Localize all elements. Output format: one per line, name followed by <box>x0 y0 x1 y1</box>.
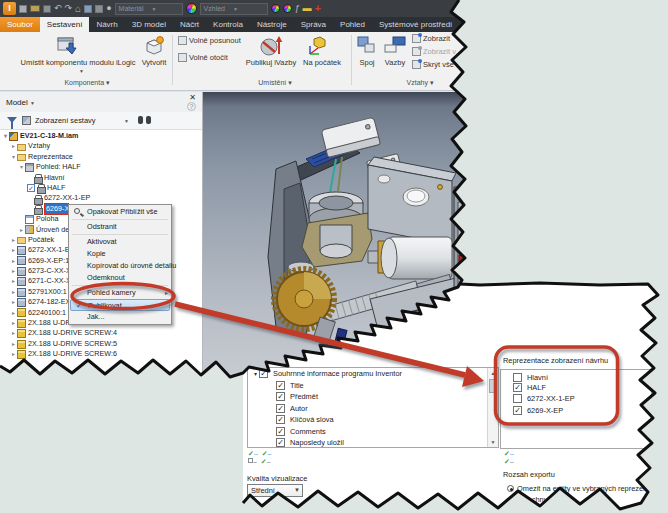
tree-item-root[interactable]: ▾EV21-C-18-M.iam <box>0 131 202 141</box>
tree-item[interactable]: ▾Pohled: HALF <box>0 162 202 172</box>
select-state-legend[interactable]: ✓– ✓– <box>504 450 514 466</box>
tab-navrh[interactable]: Návrh <box>89 17 124 32</box>
measure-icon[interactable]: ▬ <box>303 4 312 13</box>
tree-item[interactable]: ▾Reprezentace <box>0 152 202 162</box>
constrain-icon[interactable] <box>383 35 407 55</box>
property-row[interactable]: ✓Naposledy uložil <box>248 437 498 448</box>
add-icon[interactable]: + <box>315 4 321 13</box>
chevron-down-icon[interactable]: ▼ <box>79 68 84 74</box>
menu-item-aktivovat[interactable]: Aktivovat <box>69 236 171 248</box>
free-rotate-button[interactable]: Volně otočit <box>178 53 228 62</box>
tab-systemove-prostredi[interactable]: Systémové prostředí <box>372 17 459 32</box>
sketch-icon[interactable] <box>84 5 92 13</box>
property-row[interactable]: ✓Autor <box>248 403 498 415</box>
checkbox-checked[interactable]: ✓ <box>513 383 522 392</box>
tab-sestaveni[interactable]: Sestavení <box>40 17 90 32</box>
radio-icon[interactable] <box>509 496 516 503</box>
fx-parameters-icon[interactable]: ƒ <box>295 4 300 13</box>
assembly-view-icon[interactable] <box>22 116 31 125</box>
tree-item[interactable]: 6272-XX-1-EP <box>0 193 202 203</box>
update-icon[interactable] <box>95 5 103 13</box>
menu-item-odstranit[interactable]: Odstranit <box>69 221 171 233</box>
rep-row[interactable]: ✓HALF <box>501 382 651 394</box>
scope-option-selected[interactable]: Omezit na entity ve vybraných reprezent <box>507 483 649 495</box>
appearance-combo[interactable]: Vzhled ▼ <box>200 3 268 15</box>
checkbox-unchecked[interactable] <box>513 373 522 382</box>
material-combo[interactable]: Materiál ▼ <box>115 3 183 15</box>
rep-row[interactable]: 6272-XX-1-EP <box>501 393 651 405</box>
scrollbar-thumb[interactable] <box>489 379 497 393</box>
property-row[interactable]: ✓Klíčová slova <box>248 414 498 426</box>
save-icon[interactable] <box>43 5 51 13</box>
joint-icon[interactable] <box>356 35 378 55</box>
globe-icon[interactable]: ● <box>106 4 111 13</box>
tab-zaciname[interactable]: Začín <box>459 17 493 32</box>
show-button[interactable]: Zobrazit <box>412 34 450 43</box>
scroll-down-icon[interactable]: ▼ <box>488 437 498 447</box>
menu-item-odemknout[interactable]: Odemknout <box>69 272 171 284</box>
adjust-icon[interactable] <box>271 4 280 13</box>
at-origin-button[interactable]: Na počátek <box>296 58 348 67</box>
checkbox-checked[interactable]: ✓ <box>513 406 522 415</box>
hide-all-button[interactable]: Skrýt vše <box>412 60 454 69</box>
panel-title[interactable]: Model ▼ <box>6 98 35 107</box>
tree-item[interactable]: ▸2X.188 U-DRIVE SCREW:5 <box>0 339 202 349</box>
joint-button[interactable]: Spoj <box>352 58 382 67</box>
view-selector[interactable]: Zobrazení sestavy <box>35 116 95 125</box>
rep-row[interactable]: ✓6269-X-EP <box>501 405 651 417</box>
menu-item-pohled-kamery[interactable]: Pohled kamery▸ <box>69 287 171 299</box>
tab-pohled[interactable]: Pohled <box>333 17 372 32</box>
properties-root-row[interactable]: ▾ ✓ Souhrnné informace programu Inventor <box>248 368 498 380</box>
checkbox-checked[interactable]: ✓ <box>259 369 268 378</box>
help-icon[interactable]: ? <box>187 102 196 111</box>
clear-appearance-icon[interactable] <box>283 4 292 13</box>
checkbox-checked[interactable]: ✓ <box>276 438 285 447</box>
menu-item-jak[interactable]: Jak... <box>69 311 171 323</box>
scroll-up-icon[interactable]: ▲ <box>488 368 498 378</box>
tab-soubor[interactable]: Soubor <box>0 17 40 32</box>
rep-row[interactable]: Hlavní <box>501 370 651 382</box>
menu-item-opakovat[interactable]: Opakovat Přiblížit vše <box>69 206 171 218</box>
chevron-down-icon[interactable]: ▼ <box>124 118 129 124</box>
tab-nacrt[interactable]: Náčrt <box>173 17 206 32</box>
tree-item[interactable]: Hlavní <box>0 173 202 183</box>
tree-item[interactable]: ▸2X.188 U-DRIVE SCREW:4 <box>0 328 202 338</box>
tree-item[interactable]: ▸Vztahy <box>0 141 202 151</box>
checkbox-checked[interactable]: ✓ <box>276 427 285 436</box>
quality-select[interactable]: Střední ▼ <box>247 484 303 497</box>
property-row[interactable]: ✓Předmět <box>248 391 498 403</box>
select-state-legend[interactable]: ✓– ✓– – ✓– <box>248 450 271 466</box>
color-wheel-icon[interactable] <box>186 3 197 14</box>
checkbox-unchecked[interactable] <box>513 394 522 403</box>
publish-imates-button[interactable]: Publikuj iVazby <box>240 58 302 67</box>
home-icon[interactable]: ⌂ <box>75 4 81 13</box>
representations-listbox[interactable]: Hlavní ✓HALF 6272-XX-1-EP ✓6269-X-EP <box>500 369 652 449</box>
properties-scrollbar[interactable]: ▲ ▼ <box>487 368 498 447</box>
at-origin-icon[interactable] <box>306 35 328 57</box>
close-icon[interactable]: ✕ <box>189 93 196 102</box>
menu-item-publikovat[interactable]: ✓Publikovat <box>70 299 170 311</box>
create-component-icon[interactable] <box>143 36 165 56</box>
group-label-komponenta[interactable]: Komponenta ▾ <box>6 79 168 87</box>
place-component-icon[interactable] <box>56 35 80 56</box>
radio-selected-icon[interactable] <box>507 485 514 492</box>
checkbox-checked[interactable]: ✓ <box>276 404 285 413</box>
tab-nastroje[interactable]: Nástroje <box>250 17 294 32</box>
tab-3d-model[interactable]: 3D model <box>125 17 173 32</box>
undo-icon[interactable]: ↶ <box>54 4 62 13</box>
free-move-button[interactable]: Volně posunout <box>178 36 241 45</box>
checkbox-checked[interactable]: ✓ <box>276 415 285 424</box>
tab-kontrola[interactable]: Kontrola <box>206 17 250 32</box>
constrain-button[interactable]: Vazby <box>381 58 409 67</box>
redo-icon[interactable]: ↷ <box>65 4 73 13</box>
property-row[interactable]: ✓Comments <box>248 426 498 438</box>
checkbox-checked[interactable]: ✓ <box>276 381 285 390</box>
create-button[interactable]: Vytvořit <box>132 58 176 67</box>
tab-sprava[interactable]: Správa <box>294 17 333 32</box>
publish-imates-icon[interactable] <box>258 34 284 58</box>
properties-listbox[interactable]: ▾ ✓ Souhrnné informace programu Inventor… <box>247 367 499 448</box>
property-row[interactable]: ✓Title <box>248 380 498 392</box>
menu-item-kopie[interactable]: Kopie <box>69 248 171 260</box>
tree-item[interactable]: ✓HALF <box>0 183 202 193</box>
menu-item-kopirovat[interactable]: Kopírovat do úrovně detailu <box>69 260 171 272</box>
